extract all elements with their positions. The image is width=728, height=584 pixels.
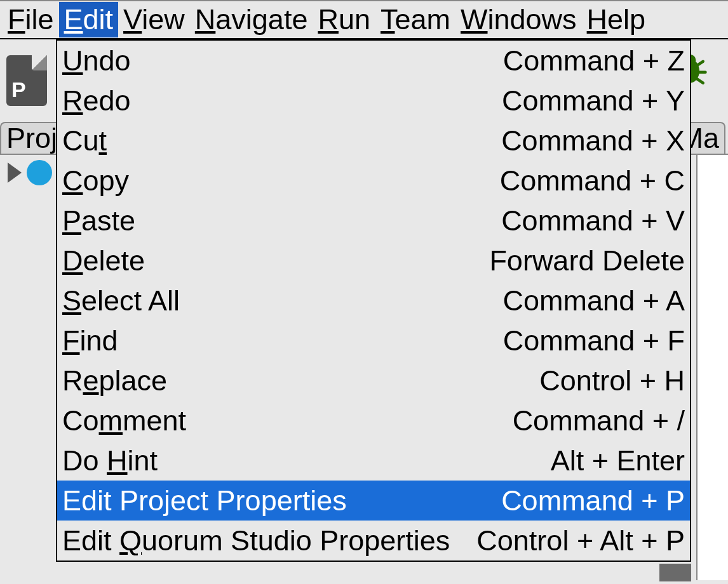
project-node-icon[interactable] xyxy=(27,160,52,185)
menu-item-shortcut: Command + F xyxy=(503,324,685,357)
tab-left-label: Proj xyxy=(6,122,57,155)
menu-view[interactable]: View xyxy=(118,2,190,37)
menu-item-shortcut: Control + Alt + P xyxy=(476,524,685,557)
menu-item-label: Replace xyxy=(62,364,167,397)
menu-file[interactable]: File xyxy=(3,2,59,37)
menu-item-copy[interactable]: CopyCommand + C xyxy=(57,161,690,201)
menu-item-label: Edit Quorum Studio Properties xyxy=(62,524,450,557)
menu-item-shortcut: Command + P xyxy=(501,484,685,517)
menu-item-comment[interactable]: CommentCommand + / xyxy=(57,401,690,441)
menu-item-label: Edit Project Properties xyxy=(62,484,347,517)
menu-item-label: Paste xyxy=(62,204,135,237)
file-icon-letter: P xyxy=(11,77,26,102)
menu-item-label: Comment xyxy=(62,404,186,437)
menu-item-shortcut: Command + A xyxy=(503,284,685,317)
menu-edit[interactable]: Edit xyxy=(59,2,119,37)
menu-item-label: Select All xyxy=(62,284,180,317)
svg-line-7 xyxy=(696,78,703,83)
menu-item-do-hint[interactable]: Do HintAlt + Enter xyxy=(57,441,690,481)
tab-projects[interactable]: Proj xyxy=(0,122,64,154)
menu-navigate[interactable]: Navigate xyxy=(190,2,313,37)
menu-item-shortcut: Command + Y xyxy=(502,84,685,117)
new-project-icon[interactable]: P xyxy=(6,55,47,106)
menu-item-shortcut: Command + V xyxy=(501,204,685,237)
menu-item-redo[interactable]: RedoCommand + Y xyxy=(57,81,690,121)
menu-windows[interactable]: Windows xyxy=(455,2,582,37)
editor-panel xyxy=(696,155,728,580)
menu-item-label: Do Hint xyxy=(62,444,158,477)
menu-item-shortcut: Forward Delete xyxy=(489,244,685,277)
menu-item-paste[interactable]: PasteCommand + V xyxy=(57,201,690,241)
menu-item-find[interactable]: FindCommand + F xyxy=(57,321,690,361)
menu-item-edit-project-properties[interactable]: Edit Project PropertiesCommand + P xyxy=(57,481,690,521)
svg-line-3 xyxy=(696,62,703,67)
menu-item-replace[interactable]: ReplaceControl + H xyxy=(57,361,690,401)
menu-item-label: Delete xyxy=(62,244,145,277)
menu-item-shortcut: Command + / xyxy=(513,404,685,437)
menu-item-label: Find xyxy=(62,324,118,357)
menu-item-undo[interactable]: UndoCommand + Z xyxy=(57,41,690,81)
expand-icon[interactable] xyxy=(8,163,22,183)
menu-item-cut[interactable]: CutCommand + X xyxy=(57,121,690,161)
menu-item-shortcut: Command + C xyxy=(500,164,685,197)
menu-item-label: Redo xyxy=(62,84,131,117)
menu-team[interactable]: Team xyxy=(375,2,455,37)
edit-dropdown-menu: UndoCommand + ZRedoCommand + YCutCommand… xyxy=(56,39,691,562)
menu-item-shortcut: Command + Z xyxy=(503,44,685,77)
menu-run[interactable]: Run xyxy=(313,2,375,37)
menu-item-select-all[interactable]: Select AllCommand + A xyxy=(57,281,690,321)
menu-item-shortcut: Alt + Enter xyxy=(551,444,685,477)
menubar: FileEditViewNavigateRunTeamWindowsHelp xyxy=(0,0,728,39)
menu-item-label: Cut xyxy=(62,124,107,157)
menu-item-label: Undo xyxy=(62,44,131,77)
menu-help[interactable]: Help xyxy=(582,2,651,37)
menu-item-shortcut: Command + X xyxy=(501,124,685,157)
menu-item-edit-quorum-studio-properties[interactable]: Edit Quorum Studio PropertiesControl + A… xyxy=(57,521,690,561)
menu-item-shortcut: Control + H xyxy=(539,364,685,397)
dropdown-shadow xyxy=(659,564,691,581)
menu-item-delete[interactable]: DeleteForward Delete xyxy=(57,241,690,281)
menu-item-label: Copy xyxy=(62,164,129,197)
